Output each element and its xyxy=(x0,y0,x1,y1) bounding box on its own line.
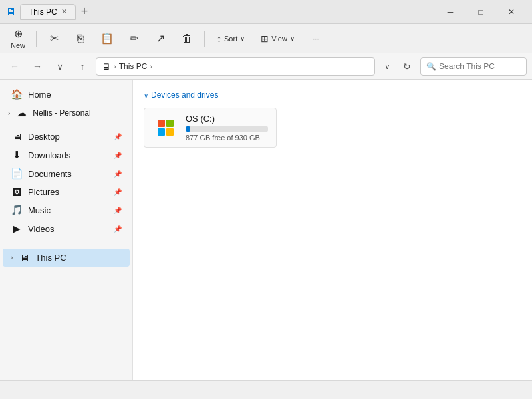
cloud-icon: ☁ xyxy=(15,107,27,119)
sidebar-item-home-label: Home xyxy=(28,90,122,100)
toolbar: ⊕ New ✂ ⎘ 📋 ✏ ↗ 🗑 ↕ Sort ∨ ⊞ View ∨ ··· xyxy=(0,24,532,53)
thispc-expand-icon: › xyxy=(11,254,13,261)
drive-name: OS (C:) xyxy=(186,114,268,124)
documents-icon: 📄 xyxy=(11,168,23,180)
path-segment-thispc: This PC xyxy=(119,62,148,71)
maximize-button[interactable]: □ xyxy=(466,1,496,23)
back-button[interactable]: ← xyxy=(5,57,24,76)
toolbar-separator-1 xyxy=(36,31,37,47)
paste-icon: 📋 xyxy=(100,32,114,45)
documents-pin-icon: 📌 xyxy=(114,170,122,178)
music-pin-icon: 📌 xyxy=(114,207,122,214)
section-header-devices: ∨ Devices and drives xyxy=(144,90,521,100)
forward-button[interactable]: → xyxy=(28,57,47,76)
cut-icon: ✂ xyxy=(50,32,59,45)
sidebar-downloads-label: Downloads xyxy=(28,150,108,160)
rename-button[interactable]: ✏ xyxy=(122,27,146,51)
downloads-pin-icon: 📌 xyxy=(114,152,122,159)
sidebar: 🏠 Home › ☁ Nellis - Personal 🖥 Desktop 📌… xyxy=(0,80,133,380)
delete-icon: 🗑 xyxy=(182,33,192,45)
pin-icon: 📌 xyxy=(114,133,122,140)
videos-pin-icon: 📌 xyxy=(114,225,122,233)
search-box[interactable]: 🔍 xyxy=(420,57,527,76)
paste-button[interactable]: 📋 xyxy=(95,27,119,51)
view-label: View xyxy=(271,35,287,43)
sidebar-videos-label: Videos xyxy=(28,224,108,234)
address-dropdown-button[interactable]: ∨ xyxy=(379,57,395,76)
address-path[interactable]: 🖥 › This PC › xyxy=(96,57,375,76)
title-bar: 🖥 This PC ✕ + ─ □ ✕ xyxy=(0,0,532,24)
pictures-pin-icon: 📌 xyxy=(114,188,122,196)
sort-button[interactable]: ↕ Sort ∨ xyxy=(210,27,251,51)
music-icon: 🎵 xyxy=(11,204,23,216)
sidebar-desktop-label: Desktop xyxy=(28,132,108,142)
main-content: 🏠 Home › ☁ Nellis - Personal 🖥 Desktop 📌… xyxy=(0,80,532,380)
drive-bar-container xyxy=(186,126,268,132)
sidebar-item-music[interactable]: 🎵 Music 📌 xyxy=(3,201,130,219)
tab-label: This PC xyxy=(29,7,57,17)
section-chevron-icon: ∨ xyxy=(144,92,148,99)
windows-logo-icon xyxy=(158,120,174,136)
close-button[interactable]: ✕ xyxy=(496,1,527,23)
sidebar-pictures-label: Pictures xyxy=(28,187,108,197)
path-icon: 🖥 xyxy=(102,61,111,72)
view-icon: ⊞ xyxy=(261,33,269,44)
sidebar-item-videos[interactable]: ▶ Videos 📌 xyxy=(3,219,130,238)
sidebar-item-downloads[interactable]: ⬇ Downloads 📌 xyxy=(3,146,130,164)
sidebar-item-home[interactable]: 🏠 Home xyxy=(3,85,130,104)
copy-icon: ⎘ xyxy=(77,33,84,45)
sidebar-cloud-label: Nellis - Personal xyxy=(33,108,122,118)
more-label: ··· xyxy=(313,35,319,43)
title-tab[interactable]: This PC ✕ xyxy=(20,4,76,20)
view-button[interactable]: ⊞ View ∨ xyxy=(254,27,301,51)
sidebar-item-documents[interactable]: 📄 Documents 📌 xyxy=(3,164,130,183)
new-label: New xyxy=(11,41,25,49)
content-area: ∨ Devices and drives OS (C:) xyxy=(133,80,532,380)
rename-icon: ✏ xyxy=(130,32,138,45)
search-icon: 🔍 xyxy=(426,62,436,71)
sort-label: Sort xyxy=(224,35,237,43)
status-bar xyxy=(0,380,532,399)
copy-button[interactable]: ⎘ xyxy=(68,27,92,51)
minimize-button[interactable]: ─ xyxy=(435,1,466,23)
thispc-nav-icon: 🖥 xyxy=(18,252,30,263)
address-bar-right: ∨ ↻ xyxy=(379,57,416,76)
downloads-icon: ⬇ xyxy=(11,149,23,161)
address-bar: ← → ∨ ↑ 🖥 › This PC › ∨ ↻ 🔍 xyxy=(0,53,532,80)
sidebar-music-label: Music xyxy=(28,205,108,215)
sidebar-item-thispc[interactable]: › 🖥 This PC xyxy=(3,249,130,267)
title-bar-icon: 🖥 xyxy=(5,6,16,18)
up-button[interactable]: ↑ xyxy=(73,57,92,76)
down-button[interactable]: ∨ xyxy=(51,57,69,76)
drive-info: OS (C:) 877 GB free of 930 GB xyxy=(186,114,268,142)
sidebar-item-cloud[interactable]: › ☁ Nellis - Personal xyxy=(3,104,130,122)
new-button[interactable]: ⊕ New xyxy=(5,27,31,51)
drive-container: OS (C:) 877 GB free of 930 GB xyxy=(144,108,521,148)
desktop-icon: 🖥 xyxy=(11,131,23,142)
search-input[interactable] xyxy=(439,62,521,71)
sidebar-item-desktop[interactable]: 🖥 Desktop 📌 xyxy=(3,128,130,146)
drive-icon-container xyxy=(152,114,179,141)
share-button[interactable]: ↗ xyxy=(148,27,172,51)
sidebar-thispc-label: This PC xyxy=(35,253,122,263)
path-chevron-2-icon: › xyxy=(150,63,152,70)
tab-close-button[interactable]: ✕ xyxy=(61,7,67,16)
sidebar-item-pictures[interactable]: 🖼 Pictures 📌 xyxy=(3,183,130,201)
sidebar-documents-label: Documents xyxy=(28,169,108,179)
refresh-button[interactable]: ↻ xyxy=(398,57,416,76)
share-icon: ↗ xyxy=(156,32,165,45)
cut-button[interactable]: ✂ xyxy=(42,27,66,51)
videos-icon: ▶ xyxy=(11,223,23,235)
drive-space-text: 877 GB free of 930 GB xyxy=(186,134,268,142)
expand-icon: › xyxy=(8,110,10,117)
toolbar-separator-2 xyxy=(204,31,205,47)
sort-icon: ↕ xyxy=(217,33,221,44)
drive-item-c[interactable]: OS (C:) 877 GB free of 930 GB xyxy=(144,108,277,148)
new-tab-button[interactable]: + xyxy=(76,5,94,19)
home-icon: 🏠 xyxy=(11,88,23,100)
more-button[interactable]: ··· xyxy=(304,27,328,51)
path-chevron-icon: › xyxy=(114,63,116,70)
view-chevron-icon: ∨ xyxy=(290,35,295,42)
sort-chevron-icon: ∨ xyxy=(240,35,245,42)
delete-button[interactable]: 🗑 xyxy=(175,27,199,51)
